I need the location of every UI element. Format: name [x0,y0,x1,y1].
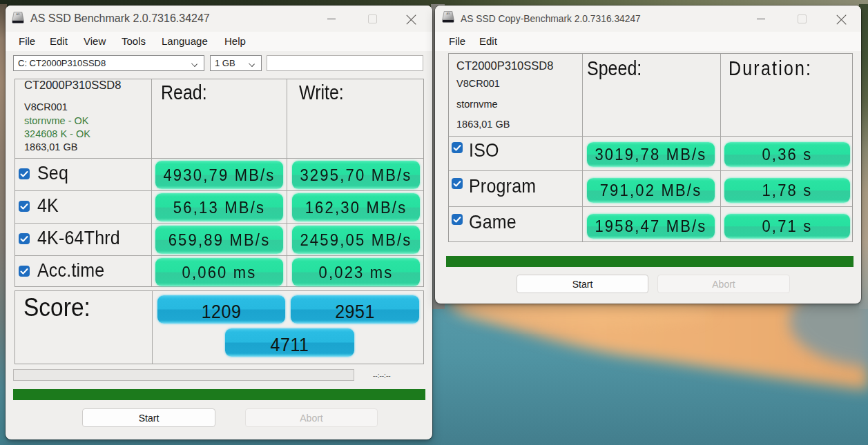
svg-text:AS: AS [447,12,450,15]
svg-text:AS: AS [17,13,20,16]
